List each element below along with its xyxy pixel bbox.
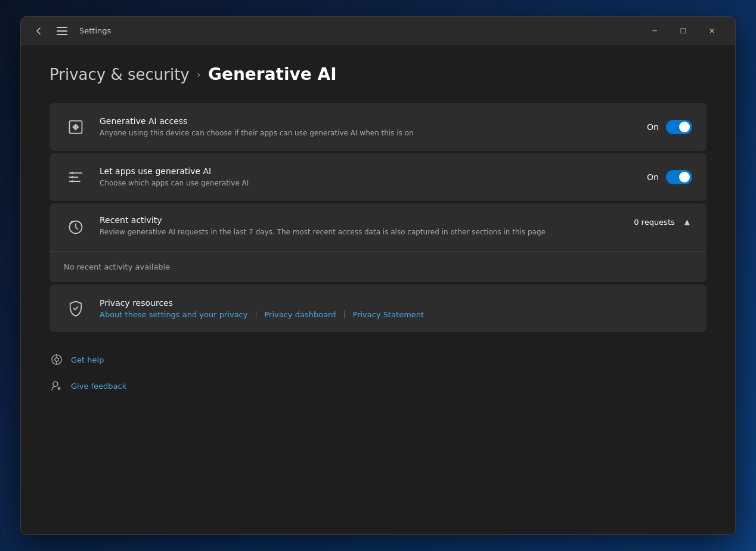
- no-activity-text: No recent activity available: [64, 262, 170, 271]
- no-activity-panel: No recent activity available: [49, 252, 707, 282]
- close-button[interactable]: ✕: [698, 21, 726, 41]
- apps-use-ai-action: On: [647, 170, 692, 184]
- svg-point-7: [71, 180, 73, 182]
- recent-activity-title: Recent activity: [100, 215, 622, 225]
- maximize-button[interactable]: ☐: [670, 21, 697, 41]
- resource-links: About these settings and your privacy | …: [100, 310, 692, 319]
- apps-use-ai-toggle[interactable]: [666, 170, 692, 184]
- about-settings-link[interactable]: About these settings and your privacy: [100, 310, 247, 319]
- recent-activity-card: Recent activity Review generative AI req…: [49, 203, 707, 252]
- get-help-item[interactable]: Get help: [49, 346, 707, 373]
- privacy-dashboard-link[interactable]: Privacy dashboard: [265, 310, 336, 319]
- sep1: |: [255, 310, 257, 318]
- ai-access-card: Generative AI access Anyone using this d…: [49, 103, 707, 151]
- get-help-label: Get help: [71, 355, 104, 364]
- recent-activity-action: 0 requests ▲: [634, 215, 692, 228]
- ai-access-desc: Anyone using this device can choose if t…: [100, 128, 635, 138]
- breadcrumb-current: Generative AI: [208, 64, 337, 84]
- ai-access-text: Generative AI access Anyone using this d…: [100, 116, 635, 138]
- breadcrumb: Privacy & security › Generative AI: [49, 64, 707, 84]
- recent-activity-icon: [64, 215, 88, 239]
- ai-access-title: Generative AI access: [100, 116, 635, 126]
- recent-activity-text: Recent activity Review generative AI req…: [100, 215, 622, 237]
- privacy-resources-card: Privacy resources About these settings a…: [49, 284, 707, 332]
- hamburger-menu[interactable]: [54, 24, 70, 38]
- privacy-resources-text: Privacy resources About these settings a…: [100, 298, 692, 319]
- apps-use-ai-icon: [64, 165, 88, 189]
- chevron-up-icon[interactable]: ▲: [682, 215, 692, 228]
- recent-activity-desc: Review generative AI requests in the las…: [100, 227, 622, 237]
- svg-point-10: [55, 358, 58, 361]
- get-help-icon: [49, 352, 64, 367]
- svg-point-13: [53, 382, 58, 386]
- svg-point-5: [71, 172, 73, 174]
- bottom-links: Get help Give feedback: [49, 342, 707, 404]
- give-feedback-icon: [49, 379, 64, 393]
- main-content: Privacy & security › Generative AI Gener…: [21, 45, 735, 534]
- apps-use-ai-desc: Choose which apps can use generative AI: [100, 178, 635, 188]
- back-button[interactable]: [30, 23, 47, 39]
- give-feedback-item[interactable]: Give feedback: [49, 373, 707, 399]
- titlebar: Settings ─ ☐ ✕: [21, 17, 735, 45]
- ai-access-icon: [64, 115, 88, 139]
- requests-count: 0 requests: [634, 218, 675, 227]
- ai-access-toggle[interactable]: [666, 120, 692, 134]
- breadcrumb-parent[interactable]: Privacy & security: [49, 66, 190, 83]
- minimize-button[interactable]: ─: [641, 21, 668, 41]
- apps-use-ai-title: Let apps use generative AI: [100, 166, 635, 176]
- apps-use-ai-text: Let apps use generative AI Choose which …: [100, 166, 635, 188]
- svg-point-6: [71, 176, 73, 178]
- titlebar-left: Settings: [30, 23, 111, 39]
- give-feedback-label: Give feedback: [71, 382, 126, 391]
- ai-access-action: On: [647, 120, 692, 134]
- privacy-resources-icon: [64, 296, 88, 320]
- privacy-resources-title: Privacy resources: [100, 298, 692, 308]
- titlebar-controls: ─ ☐ ✕: [641, 21, 726, 41]
- sep2: |: [343, 310, 345, 318]
- breadcrumb-separator: ›: [197, 68, 201, 81]
- apps-use-ai-card: Let apps use generative AI Choose which …: [49, 153, 707, 201]
- settings-window: Settings ─ ☐ ✕ Privacy & security › Gene…: [20, 16, 736, 535]
- ai-access-status: On: [647, 122, 659, 132]
- apps-use-ai-status: On: [647, 172, 659, 182]
- privacy-statement-link[interactable]: Privacy Statement: [353, 310, 425, 319]
- app-title: Settings: [79, 26, 111, 35]
